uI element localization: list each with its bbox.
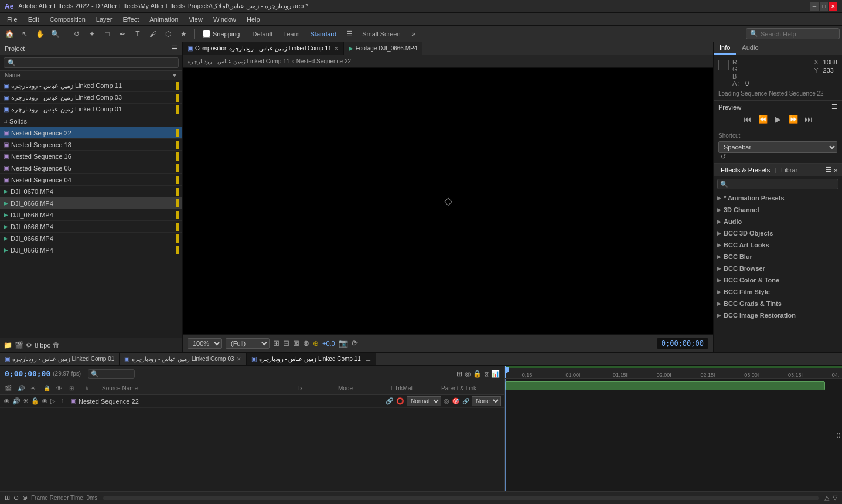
menu-file[interactable]: File xyxy=(2,15,22,24)
footer-icon-1[interactable]: ⊞ xyxy=(5,494,10,502)
prev-frame-button[interactable]: ⏪ xyxy=(756,113,770,125)
snapping-checkbox[interactable] xyxy=(203,30,210,38)
maximize-button[interactable]: □ xyxy=(820,2,828,11)
timeline-scrollbar[interactable] xyxy=(103,496,819,500)
project-item-1[interactable]: ▣زمین عباس - رودبارچره Linked Comp 03 xyxy=(0,92,182,104)
footer-icon-3[interactable]: ⊚ xyxy=(22,494,28,502)
safe-zones-icon[interactable]: ⊟ xyxy=(283,339,289,348)
timeline-tab-1[interactable]: ▣ زمین عباس - رودبارچره Linked Comp 03 ✕ xyxy=(120,353,246,366)
workspace-default[interactable]: Default xyxy=(248,29,278,39)
project-item-4[interactable]: ▣Nested Sequence 22 xyxy=(0,127,182,139)
minimize-button[interactable]: ─ xyxy=(810,2,819,11)
menu-help[interactable]: Help xyxy=(242,15,265,24)
puppet-tool[interactable]: ★ xyxy=(176,28,190,40)
comp-time-display[interactable]: 0;00;00;00 xyxy=(657,338,708,349)
effect-item-9[interactable]: ▶BCC Grads & Tints xyxy=(714,298,842,309)
effect-item-1[interactable]: ▶3D Channel xyxy=(714,204,842,216)
breadcrumb-item-0[interactable]: زمین عباس - رودبارچره Linked Comp 11 xyxy=(188,58,289,64)
project-item-13[interactable]: ▶DJI_0666.MP4 xyxy=(0,233,182,244)
last-frame-button[interactable]: ⏭ xyxy=(802,113,816,125)
audio-tab[interactable]: Audio xyxy=(736,42,764,55)
project-item-14[interactable]: ▶DJI_0666.MP4 xyxy=(0,244,182,256)
effect-item-0[interactable]: ▶* Animation Presets xyxy=(714,192,842,204)
shortcut-select[interactable]: Spacebar xyxy=(718,141,837,153)
tl-toggle-icon[interactable]: ⊞ xyxy=(456,370,462,378)
expand-icon[interactable]: » xyxy=(834,166,837,173)
bit-depth-label[interactable]: 8 bpc xyxy=(35,342,50,349)
new-folder-icon[interactable]: 📁 xyxy=(4,341,12,349)
layer-3d-icon[interactable]: 🎯 xyxy=(452,397,460,405)
effect-item-5[interactable]: ▶BCC Blur xyxy=(714,251,842,263)
zoom-select[interactable]: 100% 50% 200% xyxy=(188,338,222,349)
channels-icon[interactable]: ⊗ xyxy=(303,339,309,348)
color-correct-icon[interactable]: ⊕ xyxy=(313,339,319,348)
effects-search-input[interactable] xyxy=(717,179,838,189)
menu-view[interactable]: View xyxy=(184,15,207,24)
comp-viewer[interactable]: ◇ xyxy=(183,68,713,334)
next-frame-button[interactable]: ⏩ xyxy=(786,113,800,125)
layer-mask-icon[interactable]: ⭕ xyxy=(396,397,404,405)
effect-item-6[interactable]: ▶BCC Browser xyxy=(714,263,842,274)
effect-item-10[interactable]: ▶BCC Image Restoration xyxy=(714,309,842,321)
menu-layer[interactable]: Layer xyxy=(91,15,117,24)
timeline-time[interactable]: 0;00;00;00 xyxy=(5,369,50,378)
menu-composition[interactable]: Composition xyxy=(45,15,90,24)
breadcrumb-item-1[interactable]: Nested Sequence 22 xyxy=(296,58,351,64)
libraries-tab[interactable]: Librar xyxy=(779,165,800,175)
rotate-tool[interactable]: ↺ xyxy=(70,28,84,40)
menu-edit[interactable]: Edit xyxy=(23,15,44,24)
comp-reset-icon[interactable]: ⟳ xyxy=(352,339,358,348)
layer-track-toggle[interactable]: ◎ xyxy=(444,397,449,405)
behind-tool[interactable]: ✦ xyxy=(85,28,99,40)
tl-motion-blur-icon[interactable]: ⧖ xyxy=(484,370,489,378)
layer-eye-icon[interactable]: 👁 xyxy=(4,398,10,405)
rect-tool[interactable]: □ xyxy=(100,28,114,40)
project-item-12[interactable]: ▶DJI_0666.MP4 xyxy=(0,221,182,233)
play-pause-button[interactable]: ▶ xyxy=(771,113,785,125)
comp-tab-0[interactable]: ▣ Composition زمین عباس - رودبارچره Link… xyxy=(183,42,344,55)
stamp-tool[interactable]: ⬡ xyxy=(161,28,175,40)
footer-zoom-in[interactable]: △ xyxy=(824,494,829,502)
layer-mode-select-0[interactable]: Normal xyxy=(407,396,441,406)
tl-tab-1-close[interactable]: ✕ xyxy=(237,356,241,362)
select-tool[interactable]: ↖ xyxy=(18,28,32,40)
workspace-menu-icon[interactable]: ☰ xyxy=(342,28,356,40)
effect-item-2[interactable]: ▶Audio xyxy=(714,216,842,227)
grid-icon[interactable]: ⊠ xyxy=(293,339,299,348)
comp-tab-1[interactable]: ▶ Footage DJI_0666.MP4 xyxy=(344,42,423,55)
workspace-small[interactable]: Small Screen xyxy=(357,29,405,39)
project-item-0[interactable]: ▣زمین عباس - رودبارچره Linked Comp 11 xyxy=(0,80,182,92)
comp-tab-0-close[interactable]: ✕ xyxy=(334,46,339,52)
project-item-9[interactable]: ▶DJI_0670.MP4 xyxy=(0,186,182,197)
tl-lock-icon[interactable]: 🔒 xyxy=(473,370,482,378)
home-tool[interactable]: 🏠 xyxy=(2,28,16,40)
info-tab[interactable]: Info xyxy=(714,42,736,55)
first-frame-button[interactable]: ⏮ xyxy=(741,113,755,125)
hand-tool[interactable]: ✋ xyxy=(33,28,47,40)
effect-item-3[interactable]: ▶BCC 3D Objects xyxy=(714,227,842,239)
effects-menu-icon[interactable]: ☰ xyxy=(826,166,831,173)
region-icon[interactable]: ⊞ xyxy=(273,339,279,348)
project-item-6[interactable]: ▣Nested Sequence 16 xyxy=(0,151,182,162)
layer-collapse-toggle[interactable]: ▷ xyxy=(50,397,55,405)
menu-animation[interactable]: Animation xyxy=(145,15,183,24)
new-comp-icon[interactable]: 🎬 xyxy=(15,341,23,349)
project-item-11[interactable]: ▶DJI_0666.MP4 xyxy=(0,209,182,221)
project-item-2[interactable]: ▣زمین عباس - رودبارچره Linked Comp 01 xyxy=(0,104,182,115)
workspace-standard[interactable]: Standard xyxy=(306,29,342,39)
type-tool[interactable]: T xyxy=(131,28,145,40)
project-search-input[interactable] xyxy=(4,57,179,68)
footer-zoom-out[interactable]: ▽ xyxy=(833,494,837,502)
layer-track-bar-0[interactable] xyxy=(505,381,825,390)
tl-tab-2-menu[interactable]: ☰ xyxy=(366,356,371,362)
camera-icon[interactable]: 📷 xyxy=(339,339,348,348)
track-end-handle[interactable]: ⟨⟩ xyxy=(835,379,842,491)
timeline-tab-2[interactable]: ▣ زمین عباس - رودبارچره Linked Comp 11 ☰ xyxy=(247,353,376,366)
project-item-7[interactable]: ▣Nested Sequence 05 xyxy=(0,162,182,174)
layer-name-0[interactable]: Nested Sequence 22 xyxy=(79,398,383,405)
timeline-tab-0[interactable]: ▣ زمین عباس - رودبارچره Linked Comp 01 xyxy=(0,353,120,366)
menu-effect[interactable]: Effect xyxy=(118,15,144,24)
effects-presets-tab[interactable]: Effects & Presets xyxy=(718,165,772,175)
search-help-input[interactable] xyxy=(761,30,831,38)
shortcut-reset-icon[interactable]: ↺ xyxy=(721,153,726,160)
